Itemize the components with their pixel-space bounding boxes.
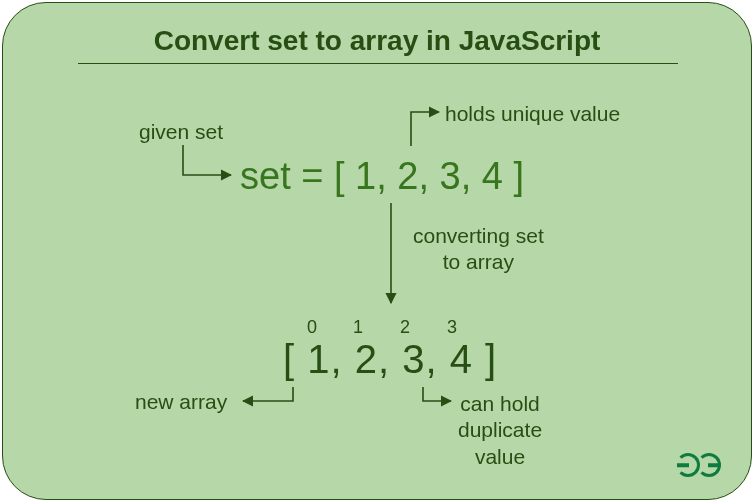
label-converting: converting setto array [413,223,544,276]
arrow-can-hold-dup [423,387,451,401]
array-index-3: 3 [447,317,457,338]
array-index-2: 2 [400,317,410,338]
label-new-array: new array [135,389,227,415]
dup-line1: can hold [460,392,539,415]
label-converting-line2: to array [443,250,514,273]
arrow-holds-unique [411,112,439,146]
dup-line2: duplicate [458,418,542,441]
logo-g-right [697,453,721,477]
geeksforgeeks-logo [676,453,721,477]
diagram-title: Convert set to array in JavaScript [154,25,601,57]
label-holds-unique: holds unique value [445,101,620,127]
arrow-given-set [183,145,231,175]
array-index-0: 0 [307,317,317,338]
title-underline [78,63,678,64]
array-index-1: 1 [353,317,363,338]
diagram-card: Convert set to array in JavaScript given… [2,2,752,500]
array-expression: [ 1, 2, 3, 4 ] [283,337,497,382]
label-can-hold-dup: can holdduplicatevalue [458,391,542,470]
arrow-new-array [243,387,293,401]
dup-line3: value [475,445,525,468]
arrows-svg [3,3,753,501]
set-expression: set = [ 1, 2, 3, 4 ] [240,155,524,198]
label-given-set: given set [139,119,223,145]
label-converting-line1: converting set [413,224,544,247]
